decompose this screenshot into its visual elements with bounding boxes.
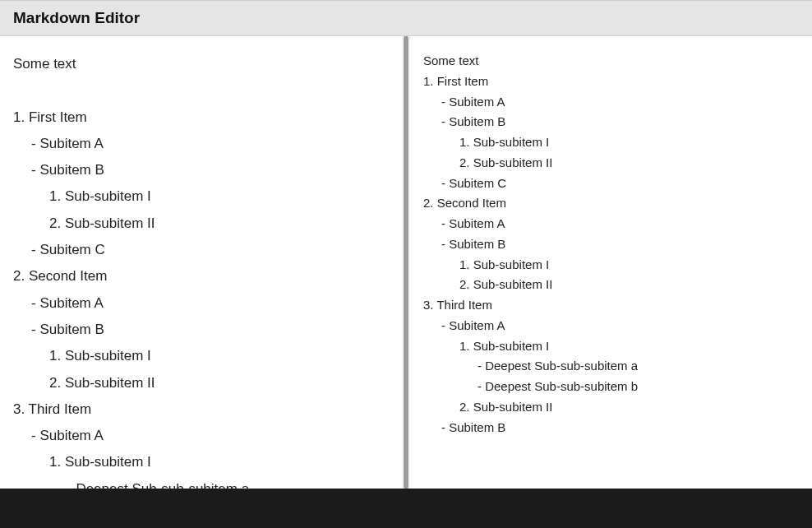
preview-line: - Subitem B [423, 418, 799, 438]
editor-line[interactable]: 1. First Item [13, 104, 389, 131]
preview-line: 1. Sub-subitem I [423, 336, 799, 357]
editor-line[interactable]: 3. Third Item [13, 396, 389, 423]
preview-line: 2. Sub-subitem II [423, 153, 799, 174]
divider-grip-icon [404, 36, 408, 489]
app-title: Markdown Editor [13, 9, 799, 27]
editor-line[interactable]: - Subitem B [13, 317, 389, 343]
preview-line: - Subitem C [423, 174, 799, 194]
editor-line[interactable]: - Subitem A [13, 131, 389, 157]
preview-line: 1. Sub-subitem I [423, 255, 799, 276]
header-bar: Markdown Editor [0, 0, 812, 36]
editor-line[interactable]: - Deepest Sub-sub-subitem a [13, 476, 389, 489]
preview-intro: Some text [423, 51, 799, 72]
editor-line[interactable]: 2. Sub-subitem II [13, 370, 389, 396]
preview-pane: Some text 1. First Item- Subitem A- Subi… [410, 36, 812, 489]
preview-line: - Subitem B [423, 112, 799, 132]
preview-line: - Subitem A [423, 214, 799, 234]
footer-bar [0, 489, 812, 528]
split-panes: Some text 1. First Item- Subitem A- Subi… [0, 36, 812, 489]
editor-line[interactable]: 1. Sub-subitem I [13, 343, 389, 369]
preview-line: 1. Sub-subitem I [423, 132, 799, 153]
editor-line[interactable]: 2. Sub-subitem II [13, 211, 389, 237]
preview-line: - Deepest Sub-sub-subitem b [423, 377, 799, 397]
pane-divider[interactable] [402, 36, 410, 489]
preview-line: 2. Second Item [423, 193, 799, 214]
preview-line: - Deepest Sub-sub-subitem a [423, 356, 799, 377]
editor-line[interactable]: - Subitem B [13, 157, 389, 183]
editor-line[interactable]: 2. Second Item [13, 263, 389, 289]
editor-intro[interactable]: Some text [13, 51, 389, 77]
preview-line: - Subitem B [423, 234, 799, 255]
preview-line: - Subitem A [423, 92, 799, 113]
preview-line: 1. First Item [423, 72, 799, 92]
editor-line[interactable]: - Subitem A [13, 290, 389, 317]
preview-line: - Subitem A [423, 316, 799, 336]
editor-lines[interactable]: 1. First Item- Subitem A- Subitem B1. Su… [13, 104, 389, 489]
editor-line[interactable]: 1. Sub-subitem I [13, 449, 389, 475]
editor-line[interactable]: 1. Sub-subitem I [13, 183, 389, 210]
editor-blank[interactable] [13, 77, 389, 104]
preview-line: 2. Sub-subitem II [423, 397, 799, 418]
editor-pane[interactable]: Some text 1. First Item- Subitem A- Subi… [0, 36, 402, 489]
preview-lines: 1. First Item- Subitem A- Subitem B1. Su… [423, 72, 799, 438]
editor-line[interactable]: - Subitem A [13, 423, 389, 449]
editor-line[interactable]: - Subitem C [13, 237, 389, 263]
preview-line: 2. Sub-subitem II [423, 275, 799, 295]
preview-line: 3. Third Item [423, 295, 799, 316]
